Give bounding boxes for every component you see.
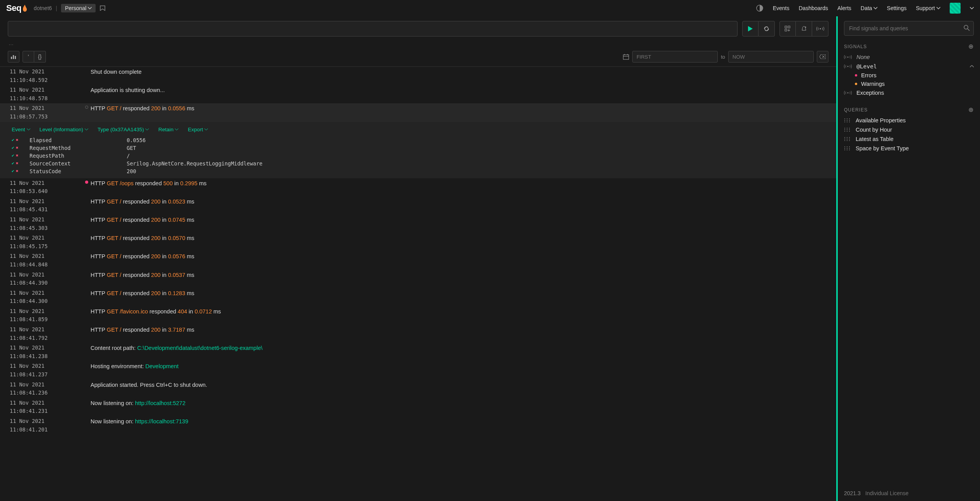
events-list: 11 Nov 2021 11:10:48.592 Shut down compl…: [0, 66, 836, 501]
event-timestamp: 11 Nov 2021 11:08:44.390: [5, 271, 83, 287]
signal-label: Exceptions: [856, 90, 884, 96]
detail-type-menu[interactable]: Type (0x37AA1435): [98, 127, 149, 132]
theme-toggle-icon[interactable]: [756, 4, 764, 12]
property-value[interactable]: /: [127, 153, 130, 159]
nav-settings[interactable]: Settings: [887, 5, 907, 11]
logo[interactable]: Seq: [6, 3, 28, 13]
chevron-up-icon[interactable]: [970, 65, 974, 68]
event-row-expanded[interactable]: 11 Nov 2021 11:08:57.753 HTTP GET / resp…: [0, 103, 836, 122]
add-query-icon[interactable]: ⊕: [968, 106, 974, 113]
event-row[interactable]: 11 Nov 2021 11:08:44.848 HTTP GET / resp…: [0, 251, 836, 270]
breadcrumb-separator: |: [56, 5, 58, 11]
nav-support[interactable]: Support: [916, 5, 940, 11]
chevron-down-icon: [85, 129, 88, 130]
clear-dates-button[interactable]: [817, 51, 828, 63]
event-row[interactable]: 11 Nov 2021 11:08:41.236 Application sta…: [0, 380, 836, 398]
include-filter-icon[interactable]: ✔: [12, 153, 14, 158]
query-available-properties[interactable]: Available Properties: [838, 116, 980, 125]
event-timestamp: 11 Nov 2021 11:08:41.236: [5, 381, 83, 397]
chart-toggle-button[interactable]: [8, 51, 19, 63]
level-dot-info: [85, 106, 88, 109]
property-name[interactable]: RequestPath: [30, 153, 123, 159]
signal-warnings[interactable]: Warnings: [838, 80, 980, 88]
query-label: Count by Hour: [856, 127, 892, 133]
event-row[interactable]: 11 Nov 2021 11:08:53.640 HTTP GET /oops …: [0, 178, 836, 197]
add-signal-icon[interactable]: ⊕: [968, 43, 974, 50]
quote-button[interactable]: ': [23, 51, 34, 63]
event-row[interactable]: 11 Nov 2021 11:08:41.231 Now listening o…: [0, 398, 836, 416]
event-message: Application started. Press Ctrl+C to shu…: [91, 381, 828, 390]
include-filter-icon[interactable]: ✔: [12, 145, 14, 150]
property-value[interactable]: 0.0556: [127, 137, 146, 143]
add-alert-button[interactable]: [796, 21, 812, 37]
date-from-input[interactable]: [632, 51, 718, 63]
event-row[interactable]: 11 Nov 2021 11:08:44.390 HTTP GET / resp…: [0, 270, 836, 288]
detail-event-menu[interactable]: Event: [12, 127, 30, 132]
exclude-filter-icon[interactable]: ✖: [16, 137, 19, 143]
include-filter-icon[interactable]: ✔: [12, 161, 14, 166]
chevron-down-icon[interactable]: [970, 7, 974, 9]
query-space-by-event-type[interactable]: Space by Event Type: [838, 144, 980, 153]
detail-level-menu[interactable]: Level (Information): [40, 127, 89, 132]
event-message: HTTP GET / responded 200 in 0.0523 ms: [91, 197, 828, 206]
property-name[interactable]: RequestMethod: [30, 145, 123, 151]
run-query-button[interactable]: [742, 21, 759, 37]
nav-alerts[interactable]: Alerts: [837, 5, 851, 11]
include-filter-icon[interactable]: ✔: [12, 169, 14, 174]
exclude-filter-icon[interactable]: ✖: [16, 153, 19, 158]
signal-exceptions[interactable]: Exceptions: [838, 88, 980, 97]
query-label: Space by Event Type: [856, 145, 909, 151]
chevron-down-icon: [936, 7, 940, 9]
bell-plus-icon: [801, 26, 807, 32]
profile-dropdown[interactable]: Personal: [61, 4, 96, 12]
event-row[interactable]: 11 Nov 2021 11:08:41.201 Now listening o…: [0, 416, 836, 435]
event-row[interactable]: 11 Nov 2021 11:08:45.303 HTTP GET / resp…: [0, 215, 836, 233]
exclude-filter-icon[interactable]: ✖: [16, 161, 19, 166]
add-signal-button[interactable]: [812, 21, 828, 37]
svg-point-35: [844, 137, 845, 138]
date-to-input[interactable]: [728, 51, 814, 63]
exclude-filter-icon[interactable]: ✖: [16, 169, 19, 174]
workspace-name[interactable]: dotnet6: [34, 5, 52, 11]
nav-dashboards[interactable]: Dashboards: [799, 5, 828, 11]
calendar-icon[interactable]: [623, 54, 629, 60]
event-row[interactable]: 11 Nov 2021 11:10:48.592 Shut down compl…: [0, 67, 836, 85]
braces-button[interactable]: {}: [34, 51, 46, 63]
property-name[interactable]: StatusCode: [30, 168, 123, 174]
property-value[interactable]: 200: [127, 168, 136, 174]
event-row[interactable]: 11 Nov 2021 11:08:45.175 HTTP GET / resp…: [0, 233, 836, 251]
event-message: HTTP GET / responded 200 in 0.0745 ms: [91, 216, 828, 224]
event-row[interactable]: 11 Nov 2021 11:08:45.431 HTTP GET / resp…: [0, 197, 836, 215]
event-row[interactable]: 11 Nov 2021 11:08:41.237 Hosting environ…: [0, 361, 836, 379]
query-latest-as-table[interactable]: Latest as Table: [838, 134, 980, 144]
signal-errors[interactable]: Errors: [838, 71, 980, 80]
avatar[interactable]: [950, 3, 961, 14]
add-dashboard-button[interactable]: [779, 21, 796, 37]
svg-point-33: [847, 131, 847, 132]
nav-data[interactable]: Data: [861, 5, 878, 11]
refresh-button[interactable]: [759, 21, 775, 37]
version-label[interactable]: 2021.3: [844, 490, 861, 496]
property-name[interactable]: Elapsed: [30, 137, 123, 143]
signals-search-input[interactable]: [844, 21, 974, 36]
query-input[interactable]: [8, 21, 738, 37]
detail-export-menu[interactable]: Export: [188, 127, 208, 132]
signal-level[interactable]: @Level: [838, 62, 980, 71]
nav-events[interactable]: Events: [773, 5, 790, 11]
query-count-by-hour[interactable]: Count by Hour: [838, 125, 980, 134]
exclude-filter-icon[interactable]: ✖: [16, 145, 19, 150]
event-row[interactable]: 11 Nov 2021 11:08:41.238 Content root pa…: [0, 343, 836, 361]
property-value[interactable]: Serilog.AspNetCore.RequestLoggingMiddlew…: [127, 160, 263, 167]
include-filter-icon[interactable]: ✔: [12, 137, 14, 143]
property-name[interactable]: SourceContext: [30, 160, 123, 167]
bookmark-icon[interactable]: [99, 5, 106, 11]
signal-none[interactable]: None: [838, 52, 980, 62]
event-row[interactable]: 11 Nov 2021 11:08:41.792 HTTP GET / resp…: [0, 325, 836, 343]
event-row[interactable]: 11 Nov 2021 11:08:44.300 HTTP GET / resp…: [0, 288, 836, 306]
event-row[interactable]: 11 Nov 2021 11:08:41.859 HTTP GET /favic…: [0, 306, 836, 325]
search-icon[interactable]: [964, 25, 970, 31]
event-row[interactable]: 11 Nov 2021 11:10:48.578 Application is …: [0, 85, 836, 103]
property-value[interactable]: GET: [127, 145, 136, 151]
detail-retain-menu[interactable]: Retain: [158, 127, 178, 132]
license-label[interactable]: Individual License: [865, 490, 909, 496]
